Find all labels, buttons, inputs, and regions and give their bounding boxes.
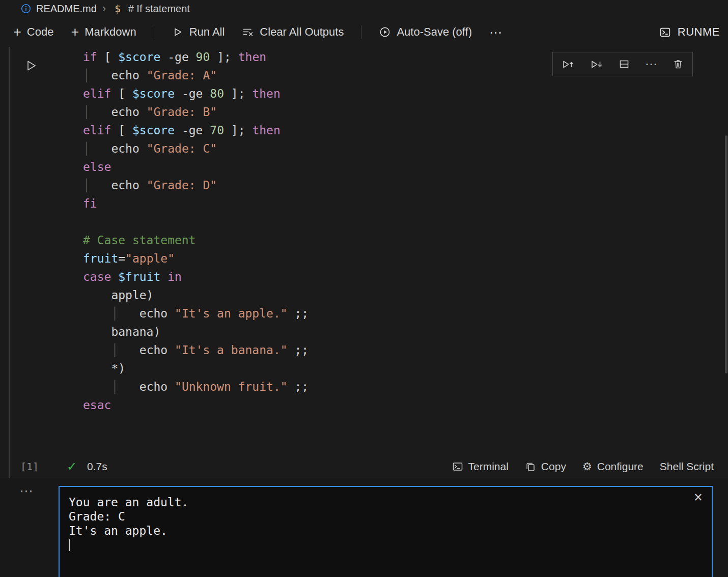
runme-notebook-window: README.md › $ # If statement + Code + Ma… [0, 0, 728, 577]
code-editor[interactable]: if [ $score -ge 90 ]; then│ echo "Grade:… [46, 48, 715, 414]
code-line: │ echo "Grade: B" [83, 103, 715, 121]
runme-label: RUNME [678, 25, 720, 39]
run-cell-button[interactable] [21, 56, 41, 75]
plus-icon: + [71, 25, 79, 39]
configure-button[interactable]: ⚙ Configure [582, 460, 643, 473]
add-markdown-label: Markdown [85, 25, 136, 39]
clear-all-icon [242, 26, 254, 38]
editor-scrollbar[interactable] [725, 135, 727, 373]
copy-label: Copy [541, 460, 566, 473]
terminal-line: You are an adult. [69, 495, 703, 509]
terminal-line: It's an apple. [69, 524, 703, 538]
clear-all-outputs-label: Clear All Outputs [260, 25, 344, 39]
breadcrumb-cell-symbol: $ [115, 3, 120, 14]
code-line: else [83, 158, 715, 176]
auto-save-label: Auto-Save (off) [397, 25, 472, 39]
terminal-button[interactable]: Terminal [452, 460, 509, 473]
terminal-text: You are an adult.Grade: CIt's an apple. [60, 487, 712, 560]
runme-logo-icon [659, 26, 671, 39]
code-line: │ echo "It's a banana." ;; [83, 341, 715, 359]
breadcrumb-file[interactable]: README.md [36, 3, 97, 15]
terminal-cursor [69, 539, 70, 551]
gear-icon: ⚙ [582, 461, 592, 472]
code-line: banana) [83, 323, 715, 341]
execution-count: [1] [20, 460, 39, 473]
cell-output-area: ⋯ × You are an adult.Grade: CIt's an app… [0, 478, 728, 577]
code-line: fi [83, 194, 715, 213]
code-line: apple) [83, 286, 715, 304]
run-all-icon [172, 26, 184, 38]
code-line: fruit="apple" [83, 249, 715, 268]
terminal-label: Terminal [468, 460, 509, 473]
code-line: │ echo "Grade: A" [83, 66, 715, 84]
code-line: elif [ $score -ge 80 ]; then [83, 84, 715, 103]
code-line [83, 213, 715, 231]
execution-duration: 0.7s [87, 460, 107, 473]
code-line: │ echo "Grade: C" [83, 139, 715, 158]
cell-focus-border [9, 47, 10, 478]
terminal-output[interactable]: × You are an adult.Grade: CIt's an apple… [59, 486, 713, 577]
language-selector[interactable]: Shell Script [660, 460, 714, 473]
breadcrumb-chevron-icon: › [102, 3, 106, 14]
add-code-label: Code [27, 25, 54, 39]
info-icon [20, 3, 32, 14]
cell-status-actions: Terminal Copy ⚙ Configure Shell Script [452, 460, 714, 473]
plus-icon: + [13, 25, 21, 39]
code-line: *) [83, 359, 715, 378]
copy-button[interactable]: Copy [525, 460, 566, 473]
toolbar-separator [154, 25, 154, 39]
breadcrumb: README.md › $ # If statement [0, 0, 728, 17]
runme-button[interactable]: RUNME [659, 25, 720, 39]
code-line: case $fruit in [83, 268, 715, 286]
configure-label: Configure [597, 460, 643, 473]
terminal-icon [452, 461, 463, 472]
clear-all-outputs-button[interactable]: Clear All Outputs [242, 25, 344, 39]
copy-icon [525, 461, 536, 472]
add-code-button[interactable]: + Code [13, 25, 53, 39]
breadcrumb-cell-title[interactable]: # If statement [128, 3, 190, 15]
close-output-button[interactable]: × [694, 490, 703, 505]
toolbar-separator [361, 25, 361, 39]
code-line: │ echo "Unknown fruit." ;; [83, 378, 715, 396]
run-all-button[interactable]: Run All [172, 25, 225, 39]
add-markdown-button[interactable]: + Markdown [71, 25, 136, 39]
code-line: elif [ $score -ge 70 ]; then [83, 121, 715, 139]
code-line: esac [83, 396, 715, 414]
play-icon [24, 59, 38, 73]
notebook-toolbar: + Code + Markdown Run All [0, 17, 728, 47]
terminal-line: Grade: C [69, 509, 703, 524]
code-line: │ echo "Grade: D" [83, 176, 715, 194]
language-label: Shell Script [660, 460, 714, 473]
terminal-cursor-line [69, 538, 703, 552]
code-line: if [ $score -ge 90 ]; then [83, 48, 715, 66]
success-check-icon: ✓ [67, 460, 77, 473]
code-line: │ echo "It's an apple." ;; [83, 304, 715, 323]
code-line: # Case statement [83, 231, 715, 249]
run-all-label: Run All [189, 25, 225, 39]
auto-save-icon [379, 26, 391, 38]
auto-save-toggle[interactable]: Auto-Save (off) [379, 25, 472, 39]
cell-status-bar: [1] ✓ 0.7s Terminal [0, 456, 728, 477]
output-collapse-button[interactable]: ⋯ [19, 484, 33, 498]
toolbar-more-button[interactable]: ⋯ [489, 25, 502, 40]
